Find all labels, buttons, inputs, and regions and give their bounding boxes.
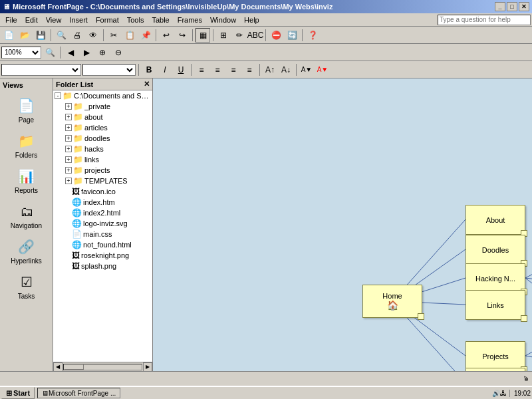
tree-main-css[interactable]: 📄 main.css: [53, 229, 152, 239]
tree-main-css-label: main.css: [83, 230, 112, 238]
toolbar2-btn4[interactable]: ⊖: [111, 45, 126, 60]
menu-help[interactable]: Help: [240, 15, 263, 25]
doodles-expand[interactable]: +: [65, 135, 72, 142]
tree-private[interactable]: + 📁 _private: [53, 101, 152, 112]
help-input[interactable]: [438, 15, 531, 25]
align-left-button[interactable]: ≡: [194, 63, 209, 77]
projects-expand[interactable]: +: [65, 167, 72, 174]
preview-button[interactable]: 👁: [86, 28, 100, 43]
highlight-button[interactable]: A▼: [299, 63, 314, 77]
about-expand[interactable]: +: [65, 114, 72, 120]
tree-logo-svg[interactable]: 🌐 logo-inviz.svg: [53, 218, 152, 229]
tree-roseknight[interactable]: 🖼 roseknight.png: [53, 250, 152, 261]
taskbar-frontpage[interactable]: 🖥 Microsoft FrontPage ...: [37, 388, 120, 398]
undo-button[interactable]: ↩: [159, 28, 174, 43]
tree-index-htm[interactable]: 🌐 index.htm: [53, 197, 152, 207]
tree-links-label: links: [84, 156, 99, 164]
nav-about[interactable]: About: [466, 205, 525, 235]
hacks-expand[interactable]: +: [65, 146, 72, 152]
menu-insert[interactable]: Insert: [65, 15, 92, 25]
tree-favicon[interactable]: 🖼 favicon.ico: [53, 186, 152, 197]
spell-button[interactable]: ABC: [248, 28, 263, 43]
close-button[interactable]: ✕: [519, 2, 529, 11]
align-right-button[interactable]: ≡: [226, 63, 241, 77]
scroll-thumb[interactable]: [64, 364, 84, 370]
font-select[interactable]: [82, 64, 136, 76]
nav-home[interactable]: Home 🏠: [362, 285, 422, 318]
view-folders[interactable]: 📁 Folders: [3, 127, 51, 162]
start-button[interactable]: ⊞ Start: [1, 387, 35, 399]
toolbar2-btn3[interactable]: ⊕: [95, 45, 110, 60]
cut-button[interactable]: ✂: [106, 28, 121, 43]
refresh-button[interactable]: 🔄: [285, 28, 299, 43]
view-navigation[interactable]: 🗂 Navigation: [3, 198, 51, 233]
help-button[interactable]: ❓: [305, 28, 320, 43]
tree-splash[interactable]: 🖼 splash.png: [53, 261, 152, 271]
view-tasks[interactable]: ☑ Tasks: [3, 268, 51, 303]
print-button[interactable]: 🖨: [70, 28, 84, 43]
style-select[interactable]: [1, 64, 81, 76]
insert-table-button[interactable]: ⊞: [216, 28, 231, 43]
scroll-right-button[interactable]: ▶: [143, 362, 152, 372]
private-expand[interactable]: +: [65, 103, 72, 110]
font-color-button[interactable]: A▼: [315, 63, 330, 77]
paste-button[interactable]: 📌: [138, 28, 153, 43]
zoom-select[interactable]: 100%: [1, 47, 41, 59]
font-size-down[interactable]: A↓: [279, 63, 293, 77]
menu-window[interactable]: Window: [206, 15, 240, 25]
view-page[interactable]: 📄 Page: [3, 92, 51, 127]
nav-articles[interactable]: Articles: [466, 368, 525, 371]
tree-projects[interactable]: + 📁 projects: [53, 165, 152, 176]
links-expand[interactable]: +: [65, 156, 72, 163]
view-reports[interactable]: 📊 Reports: [3, 162, 51, 198]
tree-root[interactable]: - 📁 C:\Documents and Set...: [53, 90, 152, 101]
search-button[interactable]: 🔍: [54, 28, 68, 43]
tree-hacks[interactable]: + 📁 hacks: [53, 144, 152, 154]
root-expand[interactable]: -: [55, 92, 61, 99]
new-button[interactable]: 📄: [1, 28, 16, 43]
stop-button[interactable]: ⛔: [269, 28, 283, 43]
menu-file[interactable]: File: [1, 15, 21, 25]
draw-button[interactable]: ✏: [232, 28, 247, 43]
menu-table[interactable]: Table: [148, 15, 173, 25]
view-toggle[interactable]: ▦: [196, 28, 210, 43]
view-hyperlinks[interactable]: 🔗 Hyperlinks: [3, 233, 51, 268]
tree-links[interactable]: + 📁 links: [53, 154, 152, 165]
menu-frames[interactable]: Frames: [174, 15, 206, 25]
menu-tools[interactable]: Tools: [123, 15, 148, 25]
tree-templates[interactable]: + 📁 TEMPLATES: [53, 176, 152, 186]
tree-doodles[interactable]: + 📁 doodles: [53, 133, 152, 144]
minimize-button[interactable]: _: [495, 2, 505, 11]
menu-view[interactable]: View: [42, 15, 66, 25]
folder-close-button[interactable]: ✕: [144, 80, 150, 88]
templates-expand[interactable]: +: [65, 178, 72, 184]
toolbar2-btn1[interactable]: ◀: [63, 45, 78, 60]
tree-articles[interactable]: + 📁 articles: [53, 122, 152, 133]
open-button[interactable]: 📂: [17, 28, 32, 43]
font-size-up[interactable]: A↑: [263, 63, 277, 77]
articles-expand[interactable]: +: [65, 124, 72, 131]
tree-about[interactable]: + 📁 about: [53, 112, 152, 122]
folder-scrollbar[interactable]: ◀ ▶: [53, 362, 152, 371]
tree-not-found[interactable]: 🌐 not_found.html: [53, 239, 152, 250]
zoom-btn[interactable]: 🔍: [43, 45, 57, 60]
maximize-button[interactable]: □: [507, 2, 517, 11]
italic-button[interactable]: I: [158, 63, 172, 77]
toolbar2-btn2[interactable]: ▶: [79, 45, 94, 60]
menu-edit[interactable]: Edit: [21, 15, 42, 25]
align-center-button[interactable]: ≡: [210, 63, 225, 77]
nav-links[interactable]: Links: [466, 290, 525, 320]
menu-format[interactable]: Format: [92, 15, 123, 25]
redo-button[interactable]: ↪: [175, 28, 190, 43]
scroll-left-button[interactable]: ◀: [53, 362, 63, 372]
copy-button[interactable]: 📋: [122, 28, 137, 43]
underline-button[interactable]: U: [174, 63, 188, 77]
nav-hacking[interactable]: Hacking N...: [466, 263, 525, 293]
nav-doodles[interactable]: Doodles: [466, 235, 525, 265]
tree-index2-html[interactable]: 🌐 index2.html: [53, 207, 152, 218]
bold-button[interactable]: B: [142, 63, 156, 77]
align-justify-button[interactable]: ≡: [242, 63, 257, 77]
save-button[interactable]: 💾: [33, 28, 48, 43]
nav-projects[interactable]: Projects: [466, 341, 525, 371]
folders-icon: 📁: [16, 130, 37, 152]
